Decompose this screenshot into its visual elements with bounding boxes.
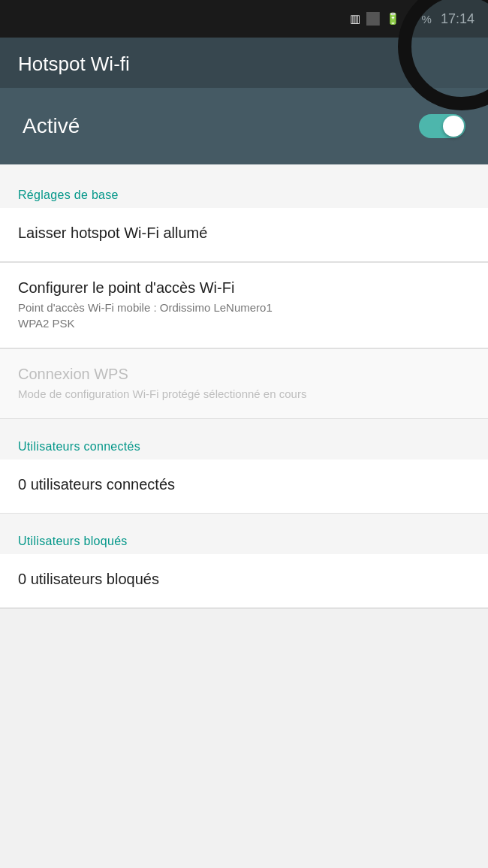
- page-title: Hotspot Wi-fi: [18, 53, 470, 76]
- divider-bottom: [0, 608, 488, 609]
- content-area: Réglages de base Laisser hotspot Wi-Fi a…: [0, 164, 488, 609]
- list-item[interactable]: Laisser hotspot Wi-Fi allumé: [0, 208, 488, 262]
- section-spacing-2: [0, 514, 488, 520]
- item-title-configure: Configurer le point d'accès Wi-Fi: [18, 279, 470, 297]
- section-title-blocked: Utilisateurs bloqués: [18, 535, 128, 547]
- sim-icon: [366, 12, 380, 26]
- item-title-wps: Connexion WPS: [18, 366, 470, 383]
- status-icons: ▥ 🔋 97 % 17:14: [350, 11, 474, 27]
- hotspot-toggle[interactable]: [419, 114, 465, 138]
- clock: 17:14: [441, 11, 474, 27]
- toggle-knob: [443, 116, 464, 137]
- item-subtitle-wps: Mode de configuration Wi-Fi protégé séle…: [18, 386, 470, 402]
- item-subtitle-configure: Point d'accès Wi-Fi mobile : Ordissimo L…: [18, 300, 470, 331]
- item-title-leave-hotspot: Laisser hotspot Wi-Fi allumé: [18, 225, 470, 242]
- section-title-connected: Utilisateurs connectés: [18, 440, 140, 453]
- list-item: 0 utilisateurs connectés: [0, 460, 488, 514]
- section-header-connected: Utilisateurs connectés: [0, 425, 488, 460]
- battery-icon: 🔋: [386, 12, 400, 26]
- page-header: Hotspot Wi-fi: [0, 38, 488, 88]
- section-spacing-1: [0, 419, 488, 425]
- section-header-basic: Réglages de base: [0, 173, 488, 208]
- battery-level: 97 %: [406, 13, 432, 26]
- list-item: Connexion WPS Mode de configuration Wi-F…: [0, 349, 488, 419]
- section-spacing-top: [0, 164, 488, 173]
- toggle-switch[interactable]: [419, 114, 465, 138]
- active-label: Activé: [23, 114, 80, 138]
- section-title-basic: Réglages de base: [18, 188, 119, 201]
- section-header-blocked: Utilisateurs bloqués: [0, 520, 488, 554]
- list-item[interactable]: Configurer le point d'accès Wi-Fi Point …: [0, 263, 488, 348]
- active-toggle-row[interactable]: Activé: [0, 88, 488, 164]
- item-title-connected-count: 0 utilisateurs connectés: [18, 476, 470, 493]
- item-title-blocked-count: 0 utilisateurs bloqués: [18, 571, 470, 588]
- vibrate-icon: ▥: [350, 12, 360, 26]
- list-item: 0 utilisateurs bloqués: [0, 554, 488, 608]
- status-bar: ▥ 🔋 97 % 17:14: [0, 0, 488, 38]
